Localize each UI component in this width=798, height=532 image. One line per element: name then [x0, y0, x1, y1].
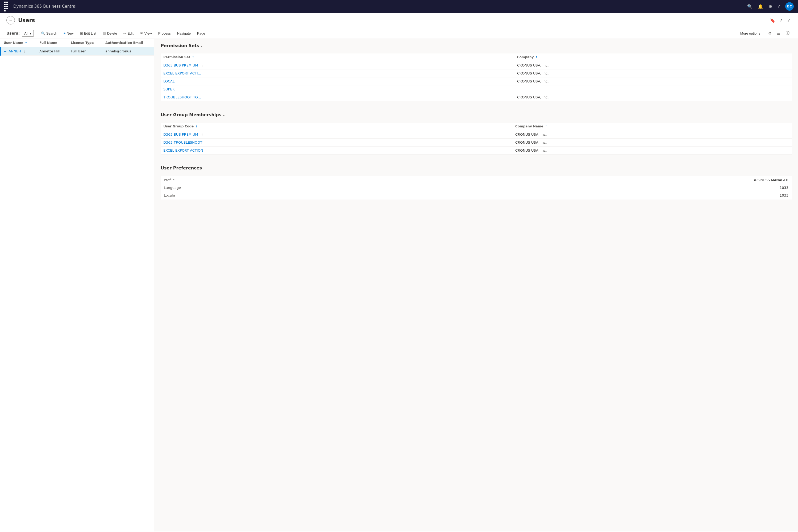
ps-cell-permset: TROUBLESHOOT TO... — [161, 93, 514, 101]
new-button[interactable]: + New — [61, 30, 76, 37]
ps-table-row: SUPER — [161, 86, 792, 93]
pref-row: Profile BUSINESS MANAGER — [161, 176, 791, 184]
ps-table-row: TROUBLESHOOT TO... CRONUS USA, Inc. — [161, 93, 792, 101]
ug-cell-companyname: CRONUS USA, Inc. — [513, 130, 792, 138]
col-fullname[interactable]: Full Name — [36, 39, 68, 47]
more-options-label: More options — [740, 32, 760, 35]
waffle-menu[interactable] — [4, 2, 9, 12]
content-area: User Name ↑ Full Name License Type Authe… — [0, 39, 798, 531]
pref-row: Locale 1033 — [161, 192, 791, 199]
delete-icon: 🗑 — [103, 32, 106, 35]
permission-sets-chevron[interactable]: ⌄ — [200, 44, 203, 48]
ug-header-row: User Group Code ↑ Company Name ↑ — [161, 122, 792, 130]
pref-value: BUSINESS MANAGER — [413, 176, 791, 184]
ug-cell-groupcode: EXCEL EXPORT ACTION — [161, 147, 513, 155]
page-title: Users — [18, 17, 765, 23]
process-button[interactable]: Process — [156, 30, 173, 37]
edit-icon: ✏ — [124, 32, 126, 35]
ug-table-row: D365 BUS PREMIUM ⋮ CRONUS USA, Inc. — [161, 130, 792, 138]
pref-row: Language 1033 — [161, 184, 791, 191]
toolbar-filter-label: Users: — [6, 31, 20, 35]
back-button[interactable]: ← — [6, 16, 15, 24]
user-group-title: User Group Memberships — [161, 112, 221, 117]
page-label: Page — [197, 32, 205, 35]
ps-more-btn[interactable]: ⋮ — [199, 62, 205, 68]
ps-col-company[interactable]: Company ↑ — [514, 54, 792, 61]
view-button[interactable]: 👁 View — [137, 30, 155, 37]
bell-icon[interactable]: 🔔 — [758, 4, 763, 9]
list-panel: User Name ↑ Full Name License Type Authe… — [0, 39, 154, 531]
toolbar: Users: All ▾ 🔍 Search + New ⊞ Edit List … — [0, 28, 798, 39]
share-icon[interactable]: ↗ — [778, 17, 784, 24]
search-icon[interactable]: 🔍 — [747, 4, 753, 9]
ug-more-btn[interactable]: ⋮ — [199, 132, 205, 137]
permission-sets-section: Permission Sets ⌄ Permission Set ↑ Compa… — [161, 43, 792, 101]
settings-icon[interactable]: ⚙ — [768, 4, 772, 9]
column-chooser-btn[interactable]: ☰ — [775, 30, 783, 37]
ps-table-row: D365 BUS PREMIUM ⋮ CRONUS USA, Inc. — [161, 61, 792, 70]
search-button-icon: 🔍 — [41, 32, 45, 35]
user-preferences-table: Profile BUSINESS MANAGER Language 1033 L… — [161, 176, 792, 200]
ug-col-groupcode[interactable]: User Group Code ↑ — [161, 122, 513, 130]
navigate-button[interactable]: Navigate — [174, 30, 193, 37]
topbar-actions: 🔍 🔔 ⚙ ? BC — [747, 2, 794, 11]
user-group-section: User Group Memberships ⌄ User Group Code… — [161, 112, 792, 155]
ug-cell-groupcode: D365 TROUBLESHOOT — [161, 138, 513, 147]
page-button[interactable]: Page — [194, 30, 208, 37]
table-row[interactable]: → ANNEH ⋮ Annette Hill Full User anneh@c… — [1, 47, 154, 56]
bookmark-icon[interactable]: 🔖 — [769, 17, 776, 24]
info-btn[interactable]: ⓘ — [784, 30, 792, 37]
row-nav-arrow: → — [4, 50, 6, 53]
col-licensetype[interactable]: License Type — [68, 39, 102, 47]
user-avatar[interactable]: BC — [785, 2, 794, 11]
process-label: Process — [158, 32, 171, 35]
ug-cell-companyname: CRONUS USA, Inc. — [513, 138, 792, 147]
view-icon: 👁 — [140, 32, 144, 35]
edit-button[interactable]: ✏ Edit — [121, 30, 136, 37]
detail-panel: Permission Sets ⌄ Permission Set ↑ Compa… — [154, 39, 798, 531]
permset-link[interactable]: EXCEL EXPORT ACTI... — [163, 71, 201, 75]
permset-link[interactable]: TROUBLESHOOT TO... — [163, 95, 201, 99]
ps-sort-arrow: ↑ — [192, 56, 194, 59]
ps-col-permset[interactable]: Permission Set ↑ — [161, 54, 514, 61]
search-button[interactable]: 🔍 Search — [38, 30, 60, 37]
filter-icon-btn[interactable]: ⚙ — [766, 30, 774, 37]
ps-cell-permset: SUPER — [161, 86, 514, 93]
permset-link[interactable]: D365 BUS PREMIUM — [163, 63, 198, 67]
ug-col-companyname[interactable]: Company Name ↑ — [513, 122, 792, 130]
filter-dropdown[interactable]: All ▾ — [22, 30, 34, 37]
search-button-label: Search — [46, 32, 57, 35]
topbar: Dynamics 365 Business Central 🔍 🔔 ⚙ ? BC — [0, 0, 798, 13]
users-table: User Name ↑ Full Name License Type Authe… — [0, 39, 154, 56]
ug-sort-arrow: ↑ — [195, 125, 197, 128]
ps-cell-permset: D365 BUS PREMIUM ⋮ — [161, 61, 514, 70]
groupcode-link[interactable]: D365 BUS PREMIUM — [163, 132, 198, 136]
row-more-btn[interactable]: ⋮ — [22, 49, 28, 54]
username-link[interactable]: ANNEH — [8, 49, 21, 53]
cell-fullname: Annette Hill — [36, 47, 68, 56]
pref-label: Locale — [161, 192, 413, 199]
permission-sets-header: Permission Sets ⌄ — [161, 43, 792, 50]
ps-table-row: LOCAL CRONUS USA, Inc. — [161, 77, 792, 86]
page-header-actions: 🔖 ↗ ⤢ — [769, 17, 792, 24]
more-options-button[interactable]: More options — [738, 30, 763, 37]
user-group-chevron[interactable]: ⌄ — [222, 113, 225, 117]
pref-value: 1033 — [413, 184, 791, 191]
cell-licensetype: Full User — [68, 47, 102, 56]
user-group-header: User Group Memberships ⌄ — [161, 112, 792, 119]
permset-link[interactable]: LOCAL — [163, 79, 174, 83]
table-header-row: User Name ↑ Full Name License Type Authe… — [1, 39, 154, 47]
col-authemail[interactable]: Authentication Email — [102, 39, 154, 47]
permission-sets-table: Permission Set ↑ Company ↑ D365 BUS PREM… — [161, 54, 792, 101]
delete-button[interactable]: 🗑 Delete — [100, 30, 120, 37]
cell-username: → ANNEH ⋮ — [1, 47, 36, 56]
col-username[interactable]: User Name ↑ — [1, 39, 36, 47]
ps-cell-company — [514, 86, 792, 93]
edit-list-button[interactable]: ⊞ Edit List — [77, 30, 99, 37]
groupcode-link[interactable]: EXCEL EXPORT ACTION — [163, 148, 203, 152]
groupcode-link[interactable]: D365 TROUBLESHOOT — [163, 140, 203, 145]
help-icon[interactable]: ? — [778, 4, 780, 9]
expand-icon[interactable]: ⤢ — [786, 17, 792, 24]
permission-sets-title: Permission Sets — [161, 43, 199, 48]
permset-link[interactable]: SUPER — [163, 87, 175, 91]
